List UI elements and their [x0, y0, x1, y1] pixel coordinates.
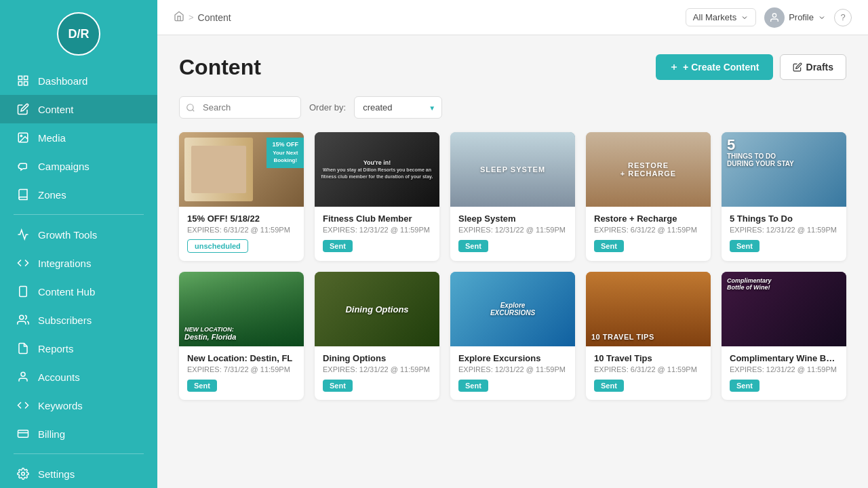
sidebar-item-settings[interactable]: Settings	[0, 460, 157, 488]
sidebar-item-reports[interactable]: Reports	[0, 334, 157, 363]
card-expires: EXPIRES: 6/31/22 @ 11:59PM	[594, 365, 703, 373]
sidebar-item-growth-tools[interactable]: Growth Tools	[0, 220, 157, 249]
card-title: 5 Things To Do	[730, 214, 838, 224]
content-card[interactable]: NEW LOCATION:Destin, Florida New Locatio…	[179, 272, 304, 400]
megaphone-icon	[16, 159, 30, 173]
gear-icon	[16, 467, 30, 481]
market-selector[interactable]: All Markets	[686, 8, 756, 26]
sidebar-item-accounts-label: Accounts	[38, 371, 80, 383]
content-card[interactable]: Dining Options Dining Options EXPIRES: 1…	[315, 272, 439, 400]
content-card[interactable]: ExploreEXCURSIONS Explore Excursions EXP…	[450, 272, 575, 400]
chart-icon	[16, 74, 30, 87]
svg-line-17	[193, 109, 195, 111]
sidebar-item-dashboard[interactable]: Dashboard	[0, 66, 157, 95]
card-body: Sleep System EXPIRES: 12/31/22 @ 11:59PM…	[450, 207, 575, 260]
sidebar-item-reports-label: Reports	[38, 343, 74, 354]
card-expires: EXPIRES: 12/31/22 @ 11:59PM	[323, 226, 431, 234]
svg-point-13	[772, 14, 776, 17]
drafts-button[interactable]: Drafts	[780, 54, 846, 80]
status-badge: Sent	[730, 240, 760, 252]
create-content-button[interactable]: + Create Content	[656, 54, 772, 80]
sidebar-item-growth-tools-label: Growth Tools	[38, 229, 97, 241]
content-card[interactable]: 5THINGS TO DODURING YOUR STAY 5 Things T…	[722, 132, 846, 261]
card-expires: EXPIRES: 12/31/22 @ 11:59PM	[730, 226, 838, 234]
content-card[interactable]: You're in!When you stay at Dillon Resort…	[315, 132, 439, 261]
drafts-label: Drafts	[806, 62, 833, 73]
sidebar-item-content[interactable]: Content	[0, 95, 157, 123]
header-actions: + Create Content Drafts	[656, 54, 846, 80]
card-body: Fitness Club Member EXPIRES: 12/31/22 @ …	[315, 207, 439, 260]
search-wrap	[179, 96, 301, 119]
card-thumbnail: SLEEP SYSTEM	[450, 132, 575, 207]
code-icon	[16, 256, 30, 270]
sidebar-item-campaigns-label: Campaigns	[38, 161, 90, 172]
card-thumbnail: NEW LOCATION:Destin, Florida	[179, 272, 304, 346]
card-expires: EXPIRES: 12/31/22 @ 11:59PM	[323, 365, 431, 373]
card-body: 5 Things To Do EXPIRES: 12/31/22 @ 11:59…	[722, 207, 846, 260]
sidebar-item-billing[interactable]: Billing	[0, 420, 157, 448]
order-select[interactable]: created	[354, 96, 442, 119]
sidebar-item-subscribers-label: Subscribers	[38, 314, 92, 326]
content-card[interactable]: 10 TRAVEL TIPS 10 Travel Tips EXPIRES: 6…	[586, 272, 711, 400]
content-card[interactable]: RESTORE+ RECHARGE Restore + Recharge EXP…	[586, 132, 711, 261]
card-thumbnail: Dining Options	[315, 272, 439, 346]
sidebar-item-content-hub[interactable]: Content Hub	[0, 277, 157, 306]
card-body: Complimentary Wine Bottle EXPIRES: 12/31…	[722, 346, 846, 400]
content-card[interactable]: SLEEP SYSTEM Sleep System EXPIRES: 12/31…	[450, 132, 575, 261]
card-thumbnail: ComplimentaryBottle of Wine!	[722, 272, 846, 346]
keywords-icon	[16, 399, 30, 412]
status-badge: unscheduled	[187, 239, 248, 253]
home-icon[interactable]	[174, 11, 184, 24]
create-content-label: + Create Content	[683, 62, 759, 73]
card-body: New Location: Destin, FL EXPIRES: 7/31/2…	[179, 346, 304, 400]
billing-icon	[16, 427, 30, 441]
content-area: Content + Create Content Drafts Order by…	[157, 35, 868, 488]
card-thumbnail: ExploreEXCURSIONS	[450, 272, 575, 346]
svg-rect-0	[18, 76, 22, 79]
sidebar-item-accounts[interactable]: Accounts	[0, 363, 157, 391]
profile-area[interactable]: Profile	[764, 7, 826, 28]
sidebar-item-zones[interactable]: Zones	[0, 180, 157, 209]
svg-point-5	[20, 135, 22, 136]
svg-point-9	[21, 372, 25, 376]
card-body: Restore + Recharge EXPIRES: 6/31/22 @ 11…	[586, 207, 711, 260]
sidebar: D/R Dashboard Content Media	[0, 0, 157, 488]
svg-rect-3	[18, 82, 22, 85]
search-icon	[186, 103, 195, 113]
card-body: 10 Travel Tips EXPIRES: 6/31/22 @ 11:59P…	[586, 346, 711, 400]
sidebar-item-subscribers[interactable]: Subscribers	[0, 306, 157, 334]
filter-bar: Order by: created	[179, 96, 846, 119]
card-thumbnail: You're in!When you stay at Dillon Resort…	[315, 132, 439, 207]
content-card[interactable]: ComplimentaryBottle of Wine! Complimenta…	[722, 272, 846, 400]
sidebar-item-keywords-label: Keywords	[38, 400, 83, 411]
card-title: Restore + Recharge	[594, 214, 703, 224]
book-icon	[16, 188, 30, 201]
breadcrumb-current-page: Content	[198, 12, 231, 23]
card-thumbnail: RESTORE+ RECHARGE	[586, 132, 711, 207]
sidebar-item-integrations[interactable]: Integrations	[0, 249, 157, 277]
status-badge: Sent	[458, 380, 488, 392]
help-button[interactable]: ?	[834, 9, 852, 26]
card-title: 10 Travel Tips	[594, 353, 703, 363]
svg-rect-1	[24, 76, 28, 79]
status-badge: Sent	[323, 240, 353, 252]
content-card[interactable]: 15% OFFYour NextBooking! 15% OFF! 5/18/2…	[179, 132, 304, 261]
order-by-label: Order by:	[309, 102, 346, 113]
card-thumbnail: 10 TRAVEL TIPS	[586, 272, 711, 346]
card-expires: EXPIRES: 6/31/22 @ 11:59PM	[594, 226, 703, 234]
pencil-icon	[16, 102, 30, 116]
card-thumbnail: 15% OFFYour NextBooking!	[179, 132, 304, 207]
svg-point-8	[20, 315, 24, 319]
sidebar-item-media[interactable]: Media	[0, 123, 157, 152]
nav-divider-bottom	[14, 453, 144, 454]
card-title: Sleep System	[458, 214, 567, 224]
main-area: > Content All Markets Profile ? Content	[157, 0, 868, 488]
sidebar-item-campaigns[interactable]: Campaigns	[0, 152, 157, 180]
status-badge: Sent	[594, 380, 624, 392]
page-title: Content	[179, 55, 261, 80]
card-title: New Location: Destin, FL	[187, 353, 296, 363]
sidebar-item-keywords[interactable]: Keywords	[0, 391, 157, 420]
search-input[interactable]	[179, 96, 301, 119]
status-badge: Sent	[458, 240, 488, 252]
logo[interactable]: D/R	[57, 12, 100, 56]
